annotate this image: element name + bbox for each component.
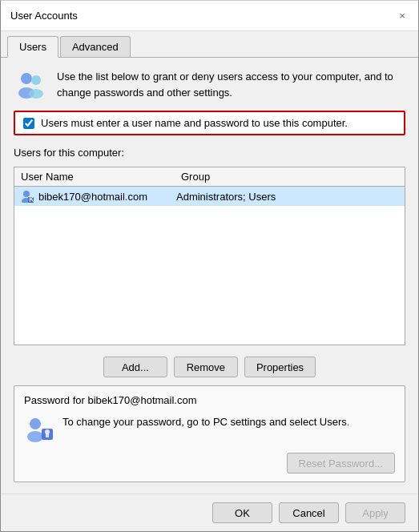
svg-point-3: [29, 89, 43, 99]
tab-advanced[interactable]: Advanced: [60, 36, 131, 57]
svg-point-2: [31, 75, 41, 85]
info-description: Use the list below to grant or deny user…: [57, 69, 405, 100]
info-row: Use the list below to grant or deny user…: [14, 69, 405, 103]
svg-text:k: k: [29, 192, 34, 203]
password-inner: To change your password, go to PC settin…: [24, 414, 395, 445]
properties-button[interactable]: Properties: [244, 357, 316, 377]
add-button[interactable]: Add...: [103, 357, 167, 377]
must-enter-password-label: Users must enter a user name and passwor…: [41, 117, 348, 129]
password-section-title: Password for bibek170@hotmail.com: [24, 394, 395, 406]
svg-rect-12: [46, 433, 49, 437]
must-enter-password-checkbox[interactable]: [23, 118, 34, 129]
main-content: Use the list below to grant or deny user…: [1, 58, 418, 494]
tab-bar: Users Advanced: [1, 31, 418, 58]
table-row[interactable]: k bibek170@hotmail.com Administrators; U…: [14, 187, 405, 206]
column-username: User Name: [21, 171, 181, 183]
password-button-row: Reset Password...: [24, 453, 395, 474]
column-group: Group: [181, 171, 398, 183]
users-icon: [14, 69, 47, 103]
remove-button[interactable]: Remove: [174, 357, 238, 377]
cancel-button[interactable]: Cancel: [279, 502, 339, 523]
close-button[interactable]: ×: [393, 6, 412, 26]
close-icon: ×: [399, 10, 405, 22]
svg-point-0: [21, 73, 32, 84]
table-header: User Name Group: [14, 167, 405, 187]
reset-password-button[interactable]: Reset Password...: [287, 453, 396, 474]
window-title: User Accounts: [10, 10, 78, 22]
tab-users[interactable]: Users: [7, 36, 58, 58]
svg-point-9: [27, 431, 43, 442]
cell-username: k bibek170@hotmail.com: [21, 190, 176, 203]
must-enter-password-section: Users must enter a user name and passwor…: [14, 111, 405, 135]
svg-point-8: [30, 418, 41, 429]
title-bar: User Accounts ×: [1, 1, 418, 31]
ok-button[interactable]: OK: [212, 502, 272, 523]
password-description: To change your password, go to PC settin…: [62, 414, 395, 430]
apply-button[interactable]: Apply: [345, 502, 405, 523]
user-table: User Name Group k bibek170@hotmail.com A…: [14, 167, 405, 345]
user-row-icon: k: [21, 190, 34, 203]
password-section: Password for bibek170@hotmail.com To cha…: [14, 385, 405, 482]
footer: OK Cancel Apply: [1, 494, 418, 531]
password-user-icon: [24, 414, 54, 445]
user-accounts-window: User Accounts × Users Advanced Use the l…: [0, 0, 419, 532]
cell-group: Administrators; Users: [176, 191, 398, 203]
users-section-label: Users for this computer:: [14, 147, 405, 159]
table-button-row: Add... Remove Properties: [14, 357, 405, 377]
